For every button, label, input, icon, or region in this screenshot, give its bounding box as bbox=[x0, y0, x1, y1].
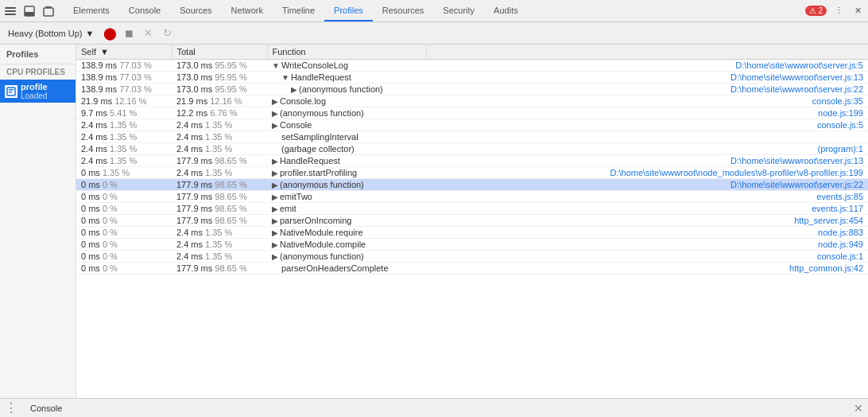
table-row[interactable]: 0 ms 1.35 %2.4 ms 1.35 %profiler.startPr… bbox=[76, 167, 868, 179]
total-cell: 173.0 ms 95.95 % bbox=[172, 84, 267, 95]
self-cell: 2.4 ms 1.35 % bbox=[76, 119, 172, 131]
tab-console[interactable]: Console bbox=[119, 0, 170, 21]
close-devtools-icon[interactable]: ✕ bbox=[851, 4, 865, 18]
tab-sources[interactable]: Sources bbox=[170, 0, 221, 21]
record-icon[interactable]: ⬤ bbox=[102, 25, 118, 41]
table-row[interactable]: 138.9 ms 77.03 %173.0 ms 95.95 %HandleRe… bbox=[76, 72, 868, 84]
file-cell[interactable]: events.js:117 bbox=[426, 203, 868, 215]
tab-network[interactable]: Network bbox=[222, 0, 273, 21]
tab-resources[interactable]: Resources bbox=[373, 0, 434, 21]
file-cell[interactable]: console.js:35 bbox=[426, 95, 868, 107]
expand-arrow[interactable] bbox=[272, 169, 278, 177]
profile-type-dropdown[interactable]: Heavy (Bottom Up) ▼ bbox=[3, 27, 99, 40]
file-cell[interactable]: node.js:949 bbox=[426, 239, 868, 251]
sort-indicator: ▼ bbox=[100, 47, 109, 57]
tab-profiles[interactable]: Profiles bbox=[324, 0, 373, 21]
function-name: HandleRequest bbox=[291, 72, 351, 82]
tab-security[interactable]: Security bbox=[433, 0, 484, 21]
svg-rect-8 bbox=[9, 89, 14, 91]
table-row[interactable]: 138.9 ms 77.03 %173.0 ms 95.95 %WriteCon… bbox=[76, 60, 868, 72]
expand-arrow[interactable] bbox=[272, 216, 278, 225]
file-cell[interactable]: D:\home\site\wwwroot\server.js:13 bbox=[426, 72, 868, 84]
file-cell[interactable]: D:\home\site\wwwroot\node_modules\v8-pro… bbox=[426, 167, 868, 179]
tab-audits[interactable]: Audits bbox=[484, 0, 528, 21]
expand-arrow[interactable] bbox=[272, 205, 278, 213]
file-cell[interactable]: D:\home\site\wwwroot\server.js:22 bbox=[426, 84, 868, 95]
devtools-menu-icon[interactable] bbox=[3, 4, 17, 18]
expand-arrow[interactable] bbox=[272, 121, 278, 130]
file-cell[interactable]: node.js:199 bbox=[426, 107, 868, 119]
stop-icon[interactable]: ◼ bbox=[121, 25, 137, 41]
profile-sub: Loaded bbox=[21, 92, 48, 100]
tab-timeline[interactable]: Timeline bbox=[273, 0, 324, 21]
table-row[interactable]: 0 ms 0 %177.9 ms 98.65 %emitTwoevents.js… bbox=[76, 191, 868, 203]
expand-arrow[interactable] bbox=[272, 228, 278, 237]
svg-rect-5 bbox=[44, 8, 53, 16]
top-toolbar: Elements Console Sources Network Timelin… bbox=[0, 0, 868, 22]
table-row[interactable]: 2.4 ms 1.35 %2.4 ms 1.35 %(garbage colle… bbox=[76, 143, 868, 155]
bottom-bar-dots[interactable]: ⋮ bbox=[5, 400, 17, 415]
file-cell[interactable]: events.js:85 bbox=[426, 191, 868, 203]
profile-item[interactable]: profile Loaded bbox=[0, 80, 76, 103]
table-row[interactable]: 0 ms 0 %177.9 ms 98.65 %parserOnHeadersC… bbox=[76, 263, 868, 275]
expand-arrow[interactable] bbox=[272, 109, 278, 118]
table-row[interactable]: 0 ms 0 %177.9 ms 98.65 %(anonymous funct… bbox=[76, 179, 868, 191]
file-cell[interactable]: http_server.js:454 bbox=[426, 215, 868, 227]
expand-arrow[interactable] bbox=[272, 252, 278, 261]
svg-rect-9 bbox=[9, 92, 12, 93]
file-cell[interactable]: node.js:883 bbox=[426, 227, 868, 239]
table-row[interactable]: 0 ms 0 %2.4 ms 1.35 %(anonymous function… bbox=[76, 251, 868, 263]
file-cell[interactable]: http_common.js:42 bbox=[426, 263, 868, 275]
refresh-icon[interactable]: ↻ bbox=[159, 25, 175, 41]
function-name: (anonymous function) bbox=[299, 84, 383, 94]
table-row[interactable]: 0 ms 0 %177.9 ms 98.65 %emitevents.js:11… bbox=[76, 203, 868, 215]
svg-rect-1 bbox=[5, 10, 16, 12]
total-cell: 177.9 ms 98.65 % bbox=[172, 179, 267, 191]
expand-arrow[interactable] bbox=[272, 240, 278, 249]
expand-arrow[interactable] bbox=[272, 61, 280, 70]
table-row[interactable]: 9.7 ms 5.41 %12.2 ms 6.76 %(anonymous fu… bbox=[76, 107, 868, 119]
dock-icon[interactable] bbox=[22, 4, 37, 18]
expand-arrow[interactable] bbox=[272, 97, 278, 106]
table-row[interactable]: 138.9 ms 77.03 %173.0 ms 95.95 %(anonymo… bbox=[76, 84, 868, 95]
self-cell: 21.9 ms 12.16 % bbox=[76, 95, 172, 107]
console-tab[interactable]: Console bbox=[24, 402, 68, 415]
table-row[interactable]: 2.4 ms 1.35 %2.4 ms 1.35 %setSamplingInt… bbox=[76, 131, 868, 143]
function-cell: (anonymous function) bbox=[267, 251, 426, 263]
function-name: parserOnHeadersComplete bbox=[281, 263, 389, 273]
expand-arrow[interactable] bbox=[272, 157, 278, 166]
function-name: WriteConsoleLog bbox=[281, 60, 348, 70]
total-cell: 2.4 ms 1.35 % bbox=[172, 227, 267, 239]
file-cell[interactable]: console.js:5 bbox=[426, 119, 868, 131]
file-cell[interactable]: D:\home\site\wwwroot\server.js:5 bbox=[426, 60, 868, 72]
file-cell[interactable]: D:\home\site\wwwroot\server.js:13 bbox=[426, 155, 868, 167]
file-cell[interactable]: console.js:1 bbox=[426, 251, 868, 263]
more-options-icon[interactable]: ⋮ bbox=[831, 4, 846, 18]
tab-elements[interactable]: Elements bbox=[64, 0, 119, 21]
undock-icon[interactable] bbox=[41, 4, 56, 18]
expand-arrow[interactable] bbox=[272, 181, 278, 189]
total-cell: 2.4 ms 1.35 % bbox=[172, 131, 267, 143]
function-cell: (anonymous function) bbox=[267, 107, 426, 119]
function-name: setSamplingInterval bbox=[281, 132, 358, 142]
total-cell: 177.9 ms 98.65 % bbox=[172, 191, 267, 203]
table-row[interactable]: 0 ms 0 %177.9 ms 98.65 %parserOnIncoming… bbox=[76, 215, 868, 227]
function-name: (anonymous function) bbox=[280, 108, 364, 118]
function-cell: WriteConsoleLog bbox=[267, 60, 426, 72]
expand-arrow[interactable] bbox=[281, 73, 289, 82]
self-cell: 2.4 ms 1.35 % bbox=[76, 143, 172, 155]
close-console-icon[interactable]: ✕ bbox=[854, 402, 863, 415]
file-cell[interactable]: (program):1 bbox=[426, 143, 868, 155]
expand-arrow[interactable] bbox=[291, 85, 297, 94]
self-cell: 2.4 ms 1.35 % bbox=[76, 155, 172, 167]
table-row[interactable]: 0 ms 0 %2.4 ms 1.35 %NativeModule.requir… bbox=[76, 227, 868, 239]
table-row[interactable]: 0 ms 0 %2.4 ms 1.35 %NativeModule.compil… bbox=[76, 239, 868, 251]
expand-arrow[interactable] bbox=[272, 193, 278, 201]
file-cell[interactable]: D:\home\site\wwwroot\server.js:22 bbox=[426, 179, 868, 191]
table-row[interactable]: 21.9 ms 12.16 %21.9 ms 12.16 %Console.lo… bbox=[76, 95, 868, 107]
total-cell: 177.9 ms 98.65 % bbox=[172, 263, 267, 275]
self-cell: 0 ms 0 % bbox=[76, 251, 172, 263]
table-row[interactable]: 2.4 ms 1.35 %2.4 ms 1.35 %Consoleconsole… bbox=[76, 119, 868, 131]
table-row[interactable]: 2.4 ms 1.35 %177.9 ms 98.65 %HandleReque… bbox=[76, 155, 868, 167]
clear-icon[interactable]: ✕ bbox=[140, 25, 156, 41]
